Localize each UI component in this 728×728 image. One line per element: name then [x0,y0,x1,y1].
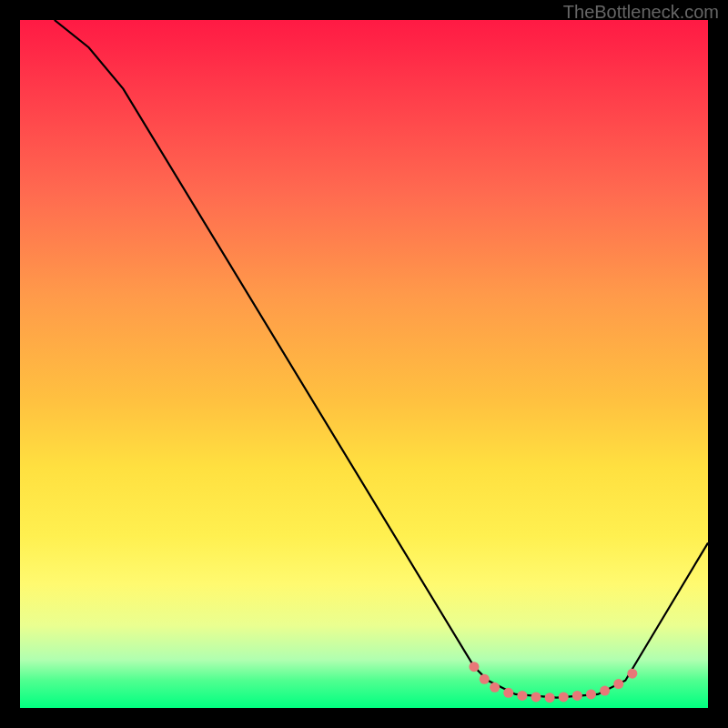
highlight-point [531,692,541,702]
highlight-point [627,669,637,679]
highlight-point [600,686,610,696]
highlight-point [490,682,500,693]
bottleneck-curve-line [55,20,708,698]
highlight-point [586,689,596,699]
highlight-point [469,662,479,672]
highlight-point [480,674,490,684]
highlight-point [517,691,527,701]
highlight-point [613,679,623,689]
highlight-point [545,693,555,703]
highlight-point [559,692,569,702]
bottleneck-chart [20,20,708,708]
chart-svg [20,20,708,708]
attribution-text: TheBottleneck.com [563,2,719,23]
highlight-point [572,691,582,701]
highlight-point [503,688,513,698]
